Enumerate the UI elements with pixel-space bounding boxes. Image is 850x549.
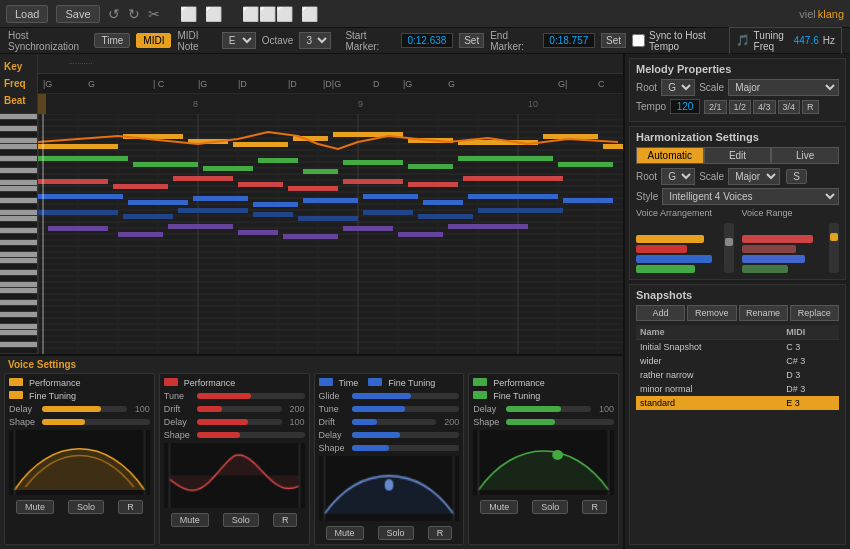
vp2-r-button[interactable]: R [273,513,298,527]
vp3-fine: Fine Tuning [388,378,435,388]
octave-select[interactable]: 324 [299,32,331,49]
host-sync-title: Host Synchronization [8,30,88,52]
voice-arr-label: Voice Arrangement [636,208,734,218]
redo-icon[interactable]: ↻ [128,6,140,22]
vp1-delay-label: Delay [9,404,39,414]
vp2-drift-slider[interactable] [197,406,282,412]
vp3-delay-slider[interactable] [352,432,460,438]
ratio-2-1[interactable]: 2/1 [704,100,727,114]
vp4-mute-button[interactable]: Mute [480,500,518,514]
vp2-mute-button[interactable]: Mute [171,513,209,527]
end-set-button[interactable]: Set [601,33,626,48]
s-button[interactable]: S [786,169,807,184]
vp3-glide-label: Glide [319,391,349,401]
vp2-delay-slider[interactable] [197,419,282,425]
start-set-button[interactable]: Set [459,33,484,48]
harm-root-select[interactable]: GACD [661,168,695,185]
vp4-delay-slider[interactable] [506,406,591,412]
snapshot-midi-4: E 3 [782,396,839,410]
vp1-shape-slider[interactable] [42,419,150,425]
midi-icon[interactable]: ⬜ [301,6,318,22]
auto-mode-button[interactable]: Automatic [636,147,704,164]
vp1-shape-label: Shape [9,417,39,427]
roll-area[interactable] [38,114,623,354]
vp1-delay-slider[interactable] [42,406,127,412]
vp3-glide-slider[interactable] [352,393,460,399]
vp4-shape-row: Shape [473,417,614,427]
snapshot-row-1[interactable]: widerC# 3 [636,354,839,368]
vp4-delay-row: Delay 100 [473,404,614,414]
ratio-1-2[interactable]: 1/2 [729,100,752,114]
save-button[interactable]: Save [56,5,99,23]
scale-label: Scale [699,82,724,93]
vp4-r-button[interactable]: R [582,500,607,514]
vp3-solo-button[interactable]: Solo [378,526,414,540]
vp3-shape-row: Shape [319,443,460,453]
harm-scale-select[interactable]: MajorMinor [728,168,780,185]
logo-klang: klang [818,8,844,20]
midi-button[interactable]: MIDI [136,33,171,48]
vp4-delay-label: Delay [473,404,503,414]
ratio-3-4[interactable]: 3/4 [778,100,801,114]
ratio-r[interactable]: R [802,100,819,114]
snapshot-row-4[interactable]: standardE 3 [636,396,839,410]
snapshot-midi-2: D 3 [782,368,839,382]
tempo-input[interactable] [670,99,700,114]
scale-select[interactable]: MajorMinorDorian [728,79,839,96]
vp2-footer: Mute Solo R [164,513,305,527]
end-marker-label: End Marker: [490,30,536,52]
harm-root-label: Root [636,171,657,182]
piano-roll[interactable] [0,114,623,354]
edit-mode-button[interactable]: Edit [704,147,772,164]
midi-note-select[interactable]: ECDF [222,32,256,49]
voice-settings-title: Voice Settings [0,356,623,373]
snapshot-midi-3: D# 3 [782,382,839,396]
transport-icon[interactable]: ⬜⬜⬜ [242,6,293,22]
tempo-sync: Sync to Host Tempo [632,30,722,52]
cut-icon[interactable]: ✂ [148,6,160,22]
vp3-shape-slider[interactable] [352,445,460,451]
voice-panel-3: Time Fine Tuning Glide Tune [314,373,465,545]
vp3-tune-slider[interactable] [352,406,460,412]
voice-panel-1: Performance Fine Tuning Delay 100 [4,373,155,545]
vp2-shape-slider[interactable] [197,432,305,438]
vp2-solo-button[interactable]: Solo [223,513,259,527]
copy-icon[interactable]: ⬜ [180,6,197,22]
sync-tempo-checkbox[interactable] [632,34,645,47]
undo-icon[interactable]: ↺ [108,6,120,22]
root-select[interactable]: GABCDEF [661,79,695,96]
snap-add-button[interactable]: Add [636,305,685,321]
live-mode-button[interactable]: Live [771,147,839,164]
vp3-drift-val: 200 [439,417,459,427]
vp2-viz [164,443,305,508]
vp3-shape-label: Shape [319,443,349,453]
snapshot-row-3[interactable]: minor normalD# 3 [636,382,839,396]
vp1-header: Performance [9,378,150,388]
harm-style-select[interactable]: Intelligent 4 Voices3 Voices [662,188,839,205]
vp3-mute-button[interactable]: Mute [326,526,364,540]
chord-display[interactable]: ··········· |G G | C |G |D |D |D|G D |G … [38,54,623,114]
key-freq-beat-row: Key Freq Beat ··········· |G G | C |G |D… [0,54,623,114]
snapshot-row-2[interactable]: rather narrowD 3 [636,368,839,382]
snapshot-row-0[interactable]: Initial SnapshotC 3 [636,340,839,355]
ratio-4-3[interactable]: 4/3 [753,100,776,114]
time-button[interactable]: Time [94,33,130,48]
vp2-tune-slider[interactable] [197,393,305,399]
paste-icon[interactable]: ⬜ [205,6,222,22]
vp4-ind2 [473,391,487,399]
start-marker-value: 0:12.638 [401,33,454,48]
vp1-r-button[interactable]: R [118,500,143,514]
vp3-drift-slider[interactable] [352,419,437,425]
load-button[interactable]: Load [6,5,48,23]
vp2-tune-row: Tune [164,391,305,401]
vp4-shape-slider[interactable] [506,419,614,425]
vp1-mute-button[interactable]: Mute [16,500,54,514]
vp3-r-button[interactable]: R [428,526,453,540]
harm-style-label: Style [636,191,658,202]
snap-replace-button[interactable]: Replace [790,305,839,321]
vp1-solo-button[interactable]: Solo [68,500,104,514]
snap-rename-button[interactable]: Rename [739,305,788,321]
vp3-delay-row: Delay [319,430,460,440]
vp4-solo-button[interactable]: Solo [532,500,568,514]
snap-remove-button[interactable]: Remove [687,305,736,321]
